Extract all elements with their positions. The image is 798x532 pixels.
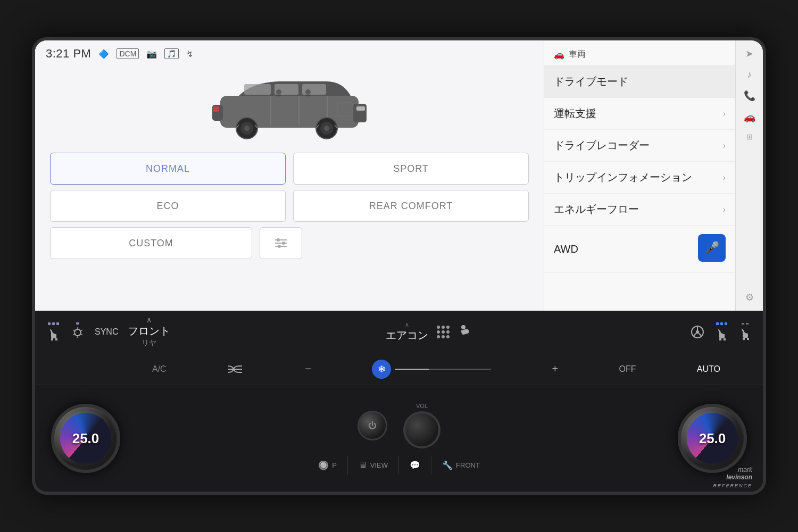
svg-point-29	[278, 245, 281, 248]
svg-point-30	[74, 329, 81, 336]
svg-line-35	[694, 332, 697, 336]
drive-mode-row-2: ECO REAR COMFORT	[50, 190, 529, 222]
settings-nav-icon[interactable]: ⚙	[745, 292, 754, 303]
temp-display-left: 25.0	[60, 413, 111, 464]
sport-mode-button[interactable]: SPORT	[293, 153, 529, 185]
car-image-area	[35, 65, 544, 147]
menu-item-trip-info[interactable]: トリップインフォメーション ›	[544, 162, 735, 194]
dots-row	[48, 322, 59, 325]
seat-icon-right2[interactable]	[737, 326, 752, 341]
svg-point-13	[244, 126, 250, 131]
nav-icon[interactable]: ➤	[745, 48, 753, 60]
vol-label: VOL	[416, 403, 428, 409]
volume-knob[interactable]	[403, 411, 440, 448]
rear-comfort-mode-button[interactable]: REAR COMFORT	[293, 190, 529, 222]
menu-item-driving-assist[interactable]: 運転支援 ›	[544, 98, 735, 130]
dots-row	[742, 323, 749, 325]
dots-row	[716, 322, 727, 325]
dot	[446, 330, 450, 334]
phone-nav-icon[interactable]: 📞	[744, 90, 755, 102]
aircon-control: ∧ エアコン	[386, 321, 428, 343]
svg-line-36	[697, 332, 701, 336]
apps-nav-icon[interactable]: ⊞	[746, 132, 753, 141]
eco-mode-button[interactable]: ECO	[50, 190, 286, 222]
left-temp-knob[interactable]: 25.0	[51, 404, 120, 473]
front-rear-control: ∧ フロント リヤ	[128, 315, 170, 348]
chevron-right-icon: ›	[723, 141, 726, 151]
bottom-knob-row: 25.0 ⏻ VOL	[35, 385, 763, 492]
seat-heat-icon-left[interactable]	[46, 327, 61, 342]
microphone-icon: 🎤	[705, 241, 719, 255]
fan-speed-active	[395, 369, 429, 370]
menu-item-dashcam[interactable]: ドライブレコーダー ›	[544, 130, 735, 162]
fan-speed-line	[395, 369, 491, 370]
custom-mode-button[interactable]: CUSTOM	[50, 227, 252, 259]
music-icon: 🎵	[164, 48, 179, 59]
right-temp-value: 25.0	[699, 430, 726, 447]
temp-display-right: 25.0	[687, 413, 738, 464]
passenger-icon	[458, 324, 474, 340]
menu-item-label: エネルギーフロー	[554, 202, 639, 217]
sliders-icon	[274, 238, 288, 248]
nav-btn-view[interactable]: 🖥 VIEW	[348, 456, 399, 474]
bottom-controls-area: SYNC ∧ フロント リヤ ∧ エアコン	[35, 311, 763, 492]
menu-item-drive-mode[interactable]: ドライブモード	[544, 66, 735, 98]
normal-mode-button[interactable]: NORMAL	[50, 153, 286, 185]
grid-icon[interactable]	[437, 326, 450, 338]
climate-center: ∧ エアコン	[170, 321, 689, 343]
right-temp-knob-area: 25.0 mark levinson REFERENCE	[678, 404, 747, 473]
dot	[437, 330, 440, 334]
auto-button[interactable]: AUTO	[697, 364, 720, 374]
svg-point-21	[276, 89, 281, 95]
seat-heat-right	[714, 322, 729, 342]
climate-right	[689, 322, 752, 342]
menu-item-awd[interactable]: AWD 🎤	[544, 226, 735, 273]
ml-line3: REFERENCE	[713, 483, 752, 488]
music-nav-icon[interactable]: ♪	[747, 69, 752, 80]
seat-cool-icon-right[interactable]	[714, 327, 729, 342]
camera-icon: 📷	[146, 49, 157, 59]
up-caret: ∧	[405, 321, 409, 328]
ml-line2: levinson	[726, 473, 752, 481]
screen-icon: 🖥	[359, 460, 367, 470]
mark-levinson-logo: mark levinson REFERENCE	[713, 466, 752, 489]
ac-label[interactable]: A/C	[152, 364, 167, 374]
dot	[442, 335, 445, 338]
nav-btn-front[interactable]: 🔧 FRONT	[431, 456, 491, 475]
nav-btn-p[interactable]: 🔘 P	[307, 456, 348, 475]
fan-minus-button[interactable]: −	[305, 363, 311, 375]
vent-indicator	[76, 322, 79, 325]
menu-item-label: AWD	[554, 243, 578, 255]
off-button[interactable]: OFF	[619, 364, 636, 374]
dash	[746, 323, 749, 325]
right-temp-knob[interactable]: 25.0	[678, 404, 747, 473]
steering-heat-icon[interactable]	[689, 324, 705, 340]
chevron-right-icon: ›	[723, 173, 726, 182]
fan-plus-button[interactable]: +	[552, 363, 559, 375]
vehicle-nav-icon[interactable]: 🚗	[744, 111, 755, 123]
airflow-icon[interactable]	[227, 364, 244, 375]
power-knob[interactable]: ⏻	[358, 411, 387, 440]
ml-line1: mark	[738, 466, 752, 473]
center-controls: ⏻ VOL 🔘 P 🖥	[307, 403, 491, 475]
dot	[52, 322, 55, 325]
nav-btn-chat[interactable]: 💬	[399, 456, 431, 475]
seat-vent-icon-left[interactable]	[70, 322, 85, 341]
menu-item-energy-flow[interactable]: エネルギーフロー ›	[544, 194, 735, 226]
sync-label: SYNC	[95, 327, 118, 337]
screen-right-panel: 🚗 車両 ドライブモード 運転支援 › ドライブレコーダー › トリップインフォ…	[544, 40, 735, 311]
aircon-label[interactable]: エアコン	[386, 328, 428, 343]
menu-item-label: トリップインフォメーション	[554, 170, 692, 185]
seat-heat-indicator-left	[46, 322, 61, 342]
status-bar: 3:21 PM 🔷 DCM 📷 🎵 ↯	[35, 40, 544, 65]
voice-button[interactable]: 🎤	[698, 234, 726, 262]
fan-icon: ❄	[372, 360, 391, 379]
front-label[interactable]: フロント	[128, 324, 170, 338]
drive-modes-section: NORMAL SPORT ECO REAR COMFORT CUSTOM	[35, 147, 544, 268]
menu-header-title: 車両	[569, 49, 586, 60]
menu-item-label: ドライブモード	[554, 74, 628, 89]
dot	[56, 322, 59, 325]
drive-settings-button[interactable]	[260, 227, 302, 259]
car-infotainment-unit: 3:21 PM 🔷 DCM 📷 🎵 ↯	[32, 37, 766, 495]
svg-point-31	[461, 325, 466, 329]
